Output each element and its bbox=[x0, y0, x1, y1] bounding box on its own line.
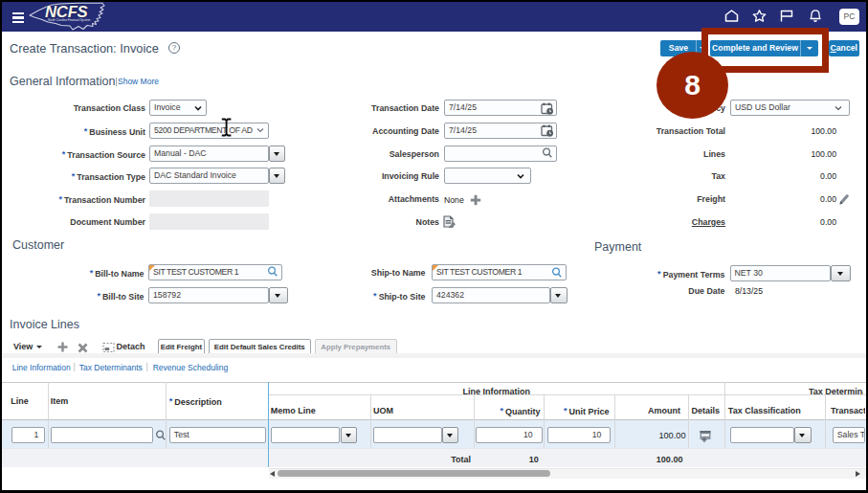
svg-text:North Carolina Financial Syste: North Carolina Financial System bbox=[48, 18, 91, 22]
